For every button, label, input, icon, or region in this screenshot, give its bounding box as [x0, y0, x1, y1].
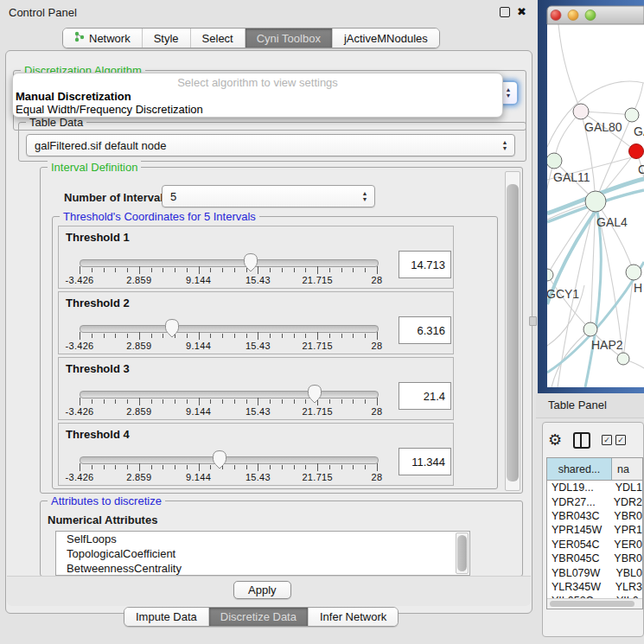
node-top-right[interactable]: [625, 108, 639, 122]
checkbox-icon-1[interactable]: ✓: [602, 435, 612, 445]
tab-label: Network: [89, 32, 131, 45]
pane-divider-handle[interactable]: [529, 316, 537, 326]
minor-tick: [329, 334, 330, 338]
cell-name[interactable]: YDR2: [609, 496, 642, 508]
close-traffic-light[interactable]: [551, 10, 561, 21]
minor-tick: [234, 334, 235, 338]
threshold-value-field[interactable]: 14.713: [399, 251, 451, 278]
numerical-attributes-list[interactable]: SelfLoopsTopologicalCoefficientBetweenne…: [55, 531, 470, 576]
cell-shared-name[interactable]: YER054C: [547, 539, 609, 551]
node-table[interactable]: shared... na YDL19...YDL1YDR27...YDR2YBR…: [546, 457, 643, 609]
threshold-slider-track[interactable]: [80, 456, 379, 464]
cell-shared-name[interactable]: YDL19...: [547, 481, 610, 494]
threshold-slider-thumb[interactable]: [164, 318, 180, 339]
cell-name[interactable]: YDL1: [610, 481, 642, 494]
network-view-window[interactable]: GAL80 GAL11 GAL4 GCY1 HAP2 GA C H: [538, 0, 644, 393]
float-window-icon[interactable]: [500, 7, 510, 17]
threshold-slider-track[interactable]: [80, 259, 379, 267]
threshold-value-field[interactable]: 6.316: [399, 316, 451, 344]
table-row[interactable]: YDL19...YDL1: [547, 481, 642, 494]
tab-select[interactable]: Select: [190, 29, 245, 48]
cell-shared-name[interactable]: YPR145W: [547, 524, 609, 536]
algorithm-item-equal-width[interactable]: Equal Width/Frequency Discretization: [16, 103, 203, 116]
tab-network[interactable]: Network: [63, 29, 142, 48]
scale-label: 15.43: [239, 341, 277, 351]
cell-name[interactable]: YER0: [609, 539, 642, 551]
node-gal11[interactable]: [546, 153, 562, 169]
network-titlebar[interactable]: [547, 6, 644, 24]
table-row[interactable]: YBR043CYBR0: [547, 509, 642, 523]
table-row[interactable]: YER054CYER0: [547, 538, 642, 552]
table-hscrollbar-thumb[interactable]: [550, 601, 634, 607]
cell-name[interactable]: YBL0: [610, 567, 642, 579]
minor-tick: [115, 465, 116, 469]
table-row[interactable]: YLR345WYLR3: [547, 580, 642, 594]
cell-name[interactable]: YBR0: [609, 510, 642, 522]
threshold-slider-thumb[interactable]: [243, 252, 258, 273]
tab-jactivemnodules[interactable]: jActiveMNodules: [332, 29, 439, 48]
tab-cyni-toolbox[interactable]: Cyni Toolbox: [245, 29, 332, 48]
major-tick: [199, 266, 200, 274]
node-hap2[interactable]: [583, 322, 597, 336]
scale-label: -3.426: [61, 341, 99, 351]
columns-icon[interactable]: [573, 432, 590, 449]
threshold-value-field[interactable]: 21.4: [399, 382, 451, 410]
tab-discretize-data[interactable]: Discretize Data: [208, 608, 308, 626]
cell-shared-name[interactable]: YBL079W: [547, 567, 610, 579]
threshold-coordinates-title: Threshold's Coordinates for 5 Intervals: [60, 210, 259, 223]
close-icon[interactable]: ✖: [517, 7, 526, 17]
threshold-value-field[interactable]: 11.344: [399, 448, 451, 475]
node-red-selected[interactable]: [629, 144, 644, 159]
scale-label: 9.144: [180, 341, 218, 351]
minor-tick: [282, 399, 283, 404]
minor-tick: [365, 465, 366, 469]
table-horizontal-scrollbar[interactable]: [547, 598, 642, 609]
table-row[interactable]: YBR045CYBR0: [547, 552, 642, 565]
major-tick: [139, 332, 140, 340]
table-row[interactable]: YDR27...YDR2: [547, 494, 642, 508]
checkbox-icon-2[interactable]: ✓: [615, 435, 626, 445]
gear-icon[interactable]: ⚙: [548, 432, 562, 448]
interval-scrollbar[interactable]: [505, 171, 520, 491]
tab-style[interactable]: Style: [142, 29, 190, 48]
minor-tick: [353, 268, 354, 272]
cell-shared-name[interactable]: YBR045C: [547, 552, 609, 564]
threshold-slider-thumb[interactable]: [212, 450, 227, 470]
apply-button[interactable]: Apply: [233, 581, 291, 599]
attributes-scrollbar-thumb[interactable]: [457, 535, 467, 571]
number-of-intervals-select[interactable]: 5 ▲▼: [162, 185, 375, 207]
attribute-item-selfloops[interactable]: SelfLoops: [56, 532, 469, 546]
minor-tick: [329, 399, 330, 404]
algorithm-item-manual[interactable]: Manual Discretization: [16, 90, 131, 103]
minor-tick: [341, 334, 342, 338]
cell-shared-name[interactable]: YBR043C: [547, 510, 609, 522]
attribute-item-betweennesscentrality[interactable]: BetweennessCentrality: [56, 561, 469, 576]
cell-name[interactable]: YPR1: [609, 524, 642, 536]
cell-name[interactable]: YLR3: [610, 581, 642, 593]
zoom-traffic-light[interactable]: [585, 10, 596, 21]
table-row[interactable]: YBL079WYBL0: [547, 565, 642, 579]
minor-tick: [187, 334, 188, 338]
cell-shared-name[interactable]: YLR345W: [547, 581, 610, 593]
threshold-slider-thumb[interactable]: [307, 384, 322, 405]
column-header-name[interactable]: na: [612, 458, 642, 480]
threshold-slider-track[interactable]: [80, 325, 379, 333]
node-right-mid[interactable]: [626, 265, 641, 280]
tab-infer-network[interactable]: Infer Network: [308, 608, 398, 626]
node-gal80[interactable]: [573, 104, 589, 119]
algorithm-placeholder-item[interactable]: Select algorithm to view settings: [13, 76, 502, 89]
threshold-slider-track[interactable]: [80, 391, 379, 399]
cell-name[interactable]: YBR0: [609, 552, 642, 564]
table-data-select[interactable]: galFiltered.sif default node ▲▼: [26, 134, 515, 156]
minor-tick: [127, 268, 128, 272]
tab-impute-data[interactable]: Impute Data: [124, 608, 208, 626]
table-row[interactable]: YPR145WYPR1: [547, 523, 642, 537]
cell-shared-name[interactable]: YDR27...: [547, 496, 609, 508]
minimize-traffic-light[interactable]: [568, 10, 578, 21]
column-header-shared-name[interactable]: shared...: [547, 458, 612, 480]
attribute-item-topologicalcoefficient[interactable]: TopologicalCoefficient: [56, 546, 469, 561]
node-gal4[interactable]: [585, 191, 606, 212]
node-bottom[interactable]: [617, 353, 629, 365]
attributes-scrollbar[interactable]: [456, 532, 469, 574]
interval-scrollbar-thumb[interactable]: [507, 184, 519, 481]
